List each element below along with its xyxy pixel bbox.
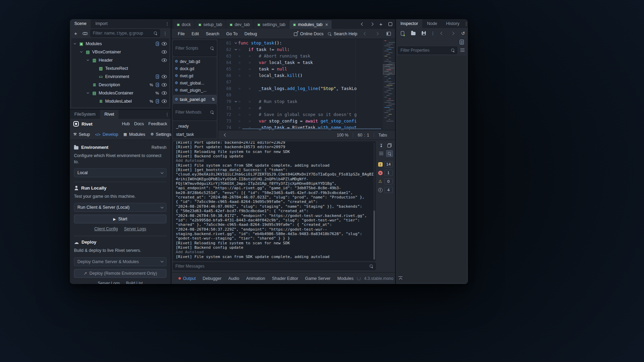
script-dev-tab-gd[interactable]: ⚙dev_tab.gd [174, 58, 216, 65]
search-help-button[interactable]: Search Help [327, 31, 357, 36]
deploy-target-select[interactable]: Deploy Game Server & Modules [74, 257, 166, 266]
environment-select[interactable]: Local [74, 168, 166, 177]
bottom-tab-audio[interactable]: Audio [225, 273, 243, 284]
new-scene-tab-button[interactable]: + [378, 21, 384, 27]
scene-tab-settings-tab[interactable]: ▣settings_tab [254, 20, 289, 29]
menu-file[interactable]: File [174, 29, 188, 39]
tab-filesystem[interactable]: FileSystem [70, 110, 100, 119]
new-resource-button[interactable] [399, 29, 406, 37]
tab-import[interactable]: Import [91, 19, 112, 28]
tree-node-vboxcontainer[interactable]: ▤VBoxContainer [71, 48, 169, 56]
filter-messages-input[interactable] [175, 264, 367, 269]
tab-rivet[interactable]: Rivet [100, 110, 119, 119]
collapse-arrow-icon[interactable] [86, 93, 90, 93]
tab-scene[interactable]: Scene [70, 19, 91, 28]
visibility-eye-icon[interactable] [162, 100, 167, 103]
tree-node-description[interactable]: ≣Description% [71, 81, 169, 89]
method-start-task[interactable]: start_task [174, 130, 216, 138]
visibility-eye-icon[interactable] [162, 42, 167, 46]
unique-name-icon[interactable]: % [150, 99, 153, 103]
resource-options-icon[interactable]: ⋮ [431, 31, 435, 36]
filter-methods-input[interactable] [175, 110, 208, 115]
close-tab-icon[interactable]: × [325, 22, 328, 27]
script-rivet-global-[interactable]: ⚙rivet_global... [174, 79, 216, 87]
script-rivet-plugin-[interactable]: ⚙rivet_plugin_... [174, 87, 216, 94]
distraction-free-button[interactable] [387, 21, 393, 27]
menu-edit[interactable]: Edit [188, 29, 202, 39]
scene-tab-modules-tab[interactable]: ▣modules_tab× [289, 20, 331, 29]
menu-go-to[interactable]: Go To [223, 29, 241, 39]
sort-methods-icon[interactable]: ⇅ [212, 97, 215, 102]
log-scrollbar[interactable] [373, 143, 375, 260]
copy-log-button[interactable] [386, 142, 393, 149]
scene-tab-setup-tab[interactable]: ▣setup_tab [195, 20, 225, 29]
next-scene-tab-button[interactable] [369, 21, 374, 27]
add-node-button[interactable]: + [72, 29, 79, 37]
bottom-tab-animation[interactable]: Animation [243, 273, 269, 284]
tab-history[interactable]: History [442, 19, 464, 28]
tree-node-environment[interactable]: ▭Environment [71, 73, 169, 81]
zoom-level[interactable]: 100 % [332, 133, 353, 138]
link-client-config[interactable]: Client Config [94, 227, 118, 231]
script-history-back-button[interactable] [361, 30, 369, 38]
tree-node-modules[interactable]: ▣Modules [71, 40, 169, 48]
inspector-forward-button[interactable] [449, 29, 456, 37]
scene-tree-options-icon[interactable]: ⋮ [162, 31, 169, 36]
unique-name-icon[interactable]: % [150, 83, 153, 87]
cursor-position[interactable]: 60 : 1 [353, 133, 373, 138]
fold-arrow-icon[interactable] [233, 101, 238, 102]
start-button[interactable]: ▶ Start [74, 215, 166, 223]
refresh-button[interactable]: Refresh [151, 145, 166, 150]
instance-scene-button[interactable] [81, 29, 89, 37]
log-scrollbar-thumb[interactable] [373, 210, 375, 260]
dock-options-icon[interactable]: ⋮ [164, 110, 171, 119]
horizontal-scrollbar[interactable] [242, 128, 381, 129]
menu-search[interactable]: Search [202, 29, 223, 39]
tree-node-modulescontainer[interactable]: ▤ModulesContainer% [71, 89, 169, 97]
collapse-duplicates-button[interactable] [378, 150, 385, 157]
output-filter-info[interactable]: i4 [378, 187, 393, 193]
scene-tab-dev-tab[interactable]: ▣dev_tab [226, 20, 253, 29]
indent-type[interactable]: Tabs [374, 133, 392, 138]
bottom-tab-shader-editor[interactable]: Shader Editor [269, 273, 301, 284]
filter-scripts-input[interactable] [175, 46, 208, 51]
output-filter-alert[interactable]: !14 [378, 161, 393, 167]
deploy-button[interactable]: ↗ Deploy (Remote Environment Only) [74, 269, 166, 278]
output-filter-warning[interactable]: ⚠0 [378, 178, 393, 184]
link-server-logs[interactable]: Server Logs [124, 227, 146, 231]
tree-node-texturerect[interactable]: ▨TextureRect [71, 64, 169, 73]
scene-filter-input[interactable] [93, 31, 151, 36]
visibility-eye-icon[interactable] [162, 91, 167, 95]
open-docs-button[interactable] [458, 39, 465, 46]
minimap-viewport[interactable] [383, 64, 395, 75]
rivet-nav-settings[interactable]: ⚙Settings [150, 132, 171, 137]
script-icon[interactable] [156, 99, 159, 103]
visibility-eye-icon[interactable] [162, 50, 167, 54]
collapse-arrow-icon[interactable] [79, 52, 84, 52]
inspector-history-button[interactable]: ↺ [459, 29, 467, 37]
collapse-arrow-icon[interactable] [73, 43, 77, 44]
bottom-tab-debugger[interactable]: Debugger [199, 273, 225, 284]
toggle-scripts-panel-button[interactable] [385, 30, 392, 38]
rivet-nav-setup[interactable]: ⚒Setup [73, 132, 90, 137]
script-history-forward-button[interactable] [373, 30, 381, 38]
filter-properties-input[interactable] [400, 48, 449, 53]
scripts-panel-collapse-button[interactable] [222, 131, 229, 139]
tree-node-header[interactable]: ▥Header [71, 56, 169, 64]
method--ready[interactable]: _ready [174, 122, 216, 130]
bottom-tab-modules[interactable]: Modules [334, 273, 357, 284]
scene-dock-options-icon[interactable]: ⋮ [164, 19, 171, 28]
tab-inspector[interactable]: Inspector [396, 19, 422, 28]
script-icon[interactable] [156, 42, 159, 46]
save-resource-button[interactable] [420, 29, 428, 37]
current-script-row[interactable]: ⚙ task_panel.gd ⇅ [173, 95, 216, 103]
bottom-tab-game-server[interactable]: Game Server [301, 273, 334, 284]
bottom-tab-output[interactable]: Output [175, 273, 199, 284]
visibility-eye-icon[interactable] [162, 75, 167, 78]
inspector-back-button[interactable] [438, 29, 446, 37]
tree-node-moduleslabel[interactable]: ≣ModulesLabel% [71, 97, 169, 105]
rivet-link-feedback[interactable]: Feedback [148, 121, 167, 126]
script-rivet-gd[interactable]: ⚙rivet.gd [174, 72, 216, 79]
tab-node[interactable]: Node [422, 19, 442, 28]
load-resource-button[interactable] [409, 29, 417, 37]
